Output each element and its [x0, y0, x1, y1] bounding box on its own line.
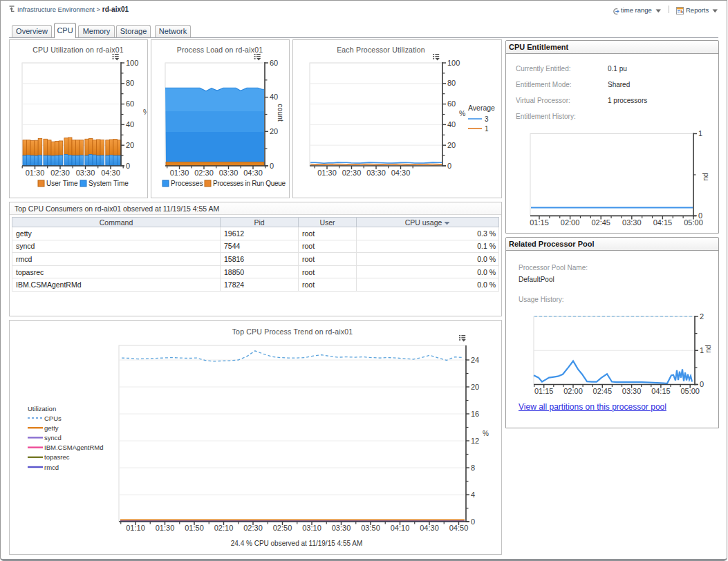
svg-text:24.4 % CPU observed at 11/19/1: 24.4 % CPU observed at 11/19/15 4:55 AM — [231, 540, 363, 547]
svg-text:01:30: 01:30 — [317, 169, 337, 177]
svg-text:1: 1 — [485, 125, 489, 133]
svg-text:01:50: 01:50 — [185, 524, 204, 532]
svg-text:02:00: 02:00 — [561, 218, 580, 227]
svg-text:01:10: 01:10 — [126, 524, 145, 532]
svg-text:Processes: Processes — [171, 180, 203, 187]
svg-text:03:50: 03:50 — [361, 524, 380, 532]
svg-text:03:30: 03:30 — [366, 169, 386, 177]
svg-text:rmcd: rmcd — [44, 464, 59, 471]
svg-text:24: 24 — [471, 356, 479, 364]
svg-text:getty: getty — [44, 424, 59, 432]
svg-text:Utilization: Utilization — [28, 405, 56, 412]
svg-text:02:45: 02:45 — [593, 387, 613, 395]
svg-text:04:15: 04:15 — [653, 218, 673, 227]
svg-text:02:30: 02:30 — [194, 169, 214, 177]
svg-text:20: 20 — [126, 141, 134, 149]
svg-text:40: 40 — [270, 93, 278, 101]
svg-text:Average: Average — [468, 104, 495, 112]
svg-text:01:15: 01:15 — [534, 387, 554, 395]
svg-text:03:30: 03:30 — [622, 387, 642, 395]
svg-text:01:30: 01:30 — [26, 169, 45, 177]
svg-text:01:30: 01:30 — [156, 524, 175, 532]
svg-text:count: count — [277, 104, 285, 122]
svg-text:CPU Utilization on rd-aix01: CPU Utilization on rd-aix01 — [32, 46, 123, 54]
svg-text:1: 1 — [700, 346, 704, 354]
svg-text:Process Load on rd-aix01: Process Load on rd-aix01 — [177, 46, 263, 54]
svg-text:04:30: 04:30 — [243, 169, 263, 177]
svg-text:40: 40 — [447, 120, 456, 129]
svg-text:8: 8 — [471, 464, 475, 472]
svg-text:0: 0 — [700, 380, 704, 388]
svg-text:04:10: 04:10 — [391, 524, 410, 532]
svg-text:03:30: 03:30 — [332, 524, 351, 532]
svg-text:3: 3 — [485, 115, 489, 123]
svg-text:60: 60 — [270, 59, 278, 67]
svg-text:%: % — [459, 109, 465, 117]
svg-text:02:30: 02:30 — [342, 169, 362, 177]
svg-text:0: 0 — [447, 162, 451, 170]
svg-text:02:30: 02:30 — [243, 524, 263, 532]
svg-text:0: 0 — [698, 211, 702, 220]
svg-text:04:15: 04:15 — [651, 387, 671, 395]
svg-text:0: 0 — [126, 162, 130, 170]
svg-text:02:30: 02:30 — [50, 169, 70, 177]
svg-text:2: 2 — [700, 312, 704, 321]
svg-text:%: % — [483, 430, 489, 437]
svg-text:IBM.CSMAgentRMd: IBM.CSMAgentRMd — [44, 444, 104, 451]
svg-text:%: % — [143, 108, 147, 116]
svg-text:04:50: 04:50 — [449, 524, 469, 532]
svg-text:03:10: 03:10 — [302, 524, 321, 532]
svg-text:20: 20 — [447, 141, 456, 149]
svg-text:syncd: syncd — [44, 434, 62, 441]
svg-text:pu: pu — [705, 345, 713, 353]
svg-text:4: 4 — [471, 491, 475, 499]
svg-text:02:00: 02:00 — [563, 387, 583, 395]
svg-text:1: 1 — [698, 129, 702, 137]
svg-text:12: 12 — [471, 437, 479, 445]
svg-text:02:10: 02:10 — [214, 524, 234, 532]
svg-text:04:30: 04:30 — [420, 524, 439, 532]
svg-text:80: 80 — [447, 79, 456, 87]
svg-text:16: 16 — [471, 410, 479, 418]
svg-text:60: 60 — [126, 99, 134, 108]
svg-text:0: 0 — [471, 517, 475, 526]
svg-text:20: 20 — [471, 383, 479, 391]
svg-text:CPUs: CPUs — [44, 415, 62, 422]
svg-text:03:30: 03:30 — [219, 169, 239, 177]
svg-text:05:00: 05:00 — [680, 387, 700, 395]
svg-text:100: 100 — [447, 59, 460, 67]
svg-text:Top CPU Process Trend on rd-ai: Top CPU Process Trend on rd-aix01 — [232, 327, 353, 336]
svg-text:pu: pu — [702, 173, 711, 181]
svg-text:02:45: 02:45 — [591, 218, 610, 227]
svg-text:User Time: User Time — [46, 180, 78, 187]
svg-text:System Time: System Time — [88, 180, 129, 187]
svg-text:0: 0 — [270, 162, 274, 170]
svg-text:02:50: 02:50 — [273, 524, 292, 532]
svg-text:40: 40 — [126, 120, 134, 129]
svg-text:04:30: 04:30 — [101, 169, 120, 177]
svg-text:03:30: 03:30 — [76, 169, 95, 177]
svg-text:Each Processor Utilization: Each Processor Utilization — [337, 46, 425, 54]
svg-text:04:30: 04:30 — [391, 169, 411, 177]
svg-text:80: 80 — [126, 79, 134, 87]
svg-text:topasrec: topasrec — [44, 453, 70, 461]
svg-text:60: 60 — [447, 99, 456, 108]
svg-text:01:30: 01:30 — [170, 169, 189, 177]
svg-text:Processes in Run Queue: Processes in Run Queue — [213, 180, 286, 187]
svg-text:01:15: 01:15 — [530, 218, 549, 227]
svg-text:100: 100 — [126, 59, 138, 67]
svg-text:20: 20 — [270, 127, 278, 135]
svg-text:03:30: 03:30 — [622, 218, 642, 227]
